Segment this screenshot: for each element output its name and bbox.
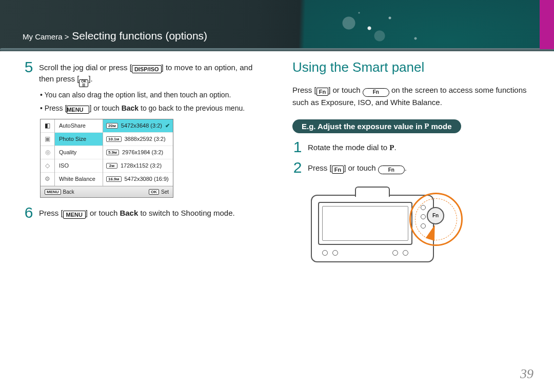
fn-icon: Fn — [332, 166, 344, 174]
step-sub: Press [MENU] or touch Back to go back to… — [39, 102, 268, 114]
breadcrumb: My Camera > Selecting functions (options… — [23, 30, 207, 42]
menu-category-list: AutoShare Photo Size Quality ISO White B… — [55, 119, 103, 186]
section-intro: Press [Fn] or touch Fn on the screen to … — [292, 85, 537, 108]
page-number: 39 — [520, 366, 533, 382]
fn-icon: Fn — [316, 88, 328, 96]
breadcrumb-title: Selecting functions (options) — [72, 30, 207, 42]
menu-item: AutoShare — [55, 119, 103, 133]
ok-icon: OK☰ — [79, 79, 88, 87]
menu-item: White Balance — [55, 173, 103, 186]
menu-key-icon: MENU — [45, 189, 61, 195]
tab-icon: ▣ — [41, 133, 54, 146]
disp-iso-icon: DISP/ISO — [132, 65, 162, 73]
menu-option: 20м5472x3648 (3:2)✔ — [103, 119, 173, 133]
step-body: Press [MENU] or touch Back to switch to … — [39, 205, 235, 220]
gear-tab-icon: ⚙ — [41, 173, 54, 186]
step-1: 1 Rotate the mode dial to P. — [292, 139, 537, 155]
fn-pill-icon: Fn — [363, 88, 389, 97]
step-number: 5 — [24, 59, 34, 114]
right-column: Using the Smart panel Press [Fn] or touc… — [292, 59, 537, 270]
step-5: 5 Scroll the jog dial or press [DISP/ISO… — [24, 59, 268, 114]
ok-key-icon: OK — [149, 189, 159, 195]
tab-icon: ◎ — [41, 146, 54, 159]
camera-tab-icon: ◧ — [41, 119, 54, 133]
menu-item: Quality — [55, 146, 103, 159]
menu-icon: MENU — [63, 211, 86, 219]
section-heading: Using the Smart panel — [292, 59, 537, 75]
menu-icon: MENU — [67, 106, 89, 114]
menu-option: 5.9м2976x1984 (3:2) — [103, 146, 173, 159]
camera-menu-screenshot: ◧ ▣ ◎ ◇ ⚙ AutoShare Photo Size Quality I… — [40, 119, 173, 198]
camera-illustration: Fn — [308, 180, 457, 270]
header-decor — [0, 0, 554, 51]
step-number: 2 — [292, 160, 303, 175]
menu-option: 10.1м3888x2592 (3:2) — [103, 133, 173, 146]
check-icon: ✔ — [165, 122, 170, 129]
step-number: 1 — [292, 139, 303, 155]
fn-pill-icon: Fn — [378, 166, 405, 174]
header-accent — [540, 0, 554, 49]
step-body: Scroll the jog dial or press [DISP/ISO] … — [39, 59, 268, 114]
step-body: Rotate the mode dial to P. — [308, 139, 397, 155]
camera-screen — [318, 202, 412, 245]
left-column: 5 Scroll the jog dial or press [DISP/ISO… — [24, 59, 268, 270]
menu-item: ISO — [55, 159, 103, 173]
menu-option: 16.9м5472x3080 (16:9) — [103, 173, 173, 186]
menu-option-list: 20м5472x3648 (3:2)✔ 10.1м3888x2592 (3:2)… — [103, 119, 173, 186]
tab-icon: ◇ — [41, 159, 54, 173]
breadcrumb-root: My Camera > — [23, 32, 69, 41]
menu-tab-strip: ◧ ▣ ◎ ◇ ⚙ — [41, 119, 55, 186]
camera-button-row — [319, 250, 411, 257]
step-sub: You can also drag the option list, and t… — [39, 89, 268, 100]
step-body: Press [Fn] or touch Fn. — [308, 160, 407, 175]
mode-p-icon: P — [424, 122, 429, 131]
fn-button-illus: Fn — [427, 207, 444, 224]
menu-option: 2м1728x1152 (3:2) — [103, 159, 173, 173]
example-pill: E.g. Adjust the exposure value in P mode — [292, 119, 461, 133]
step-number: 6 — [24, 205, 34, 220]
step-6: 6 Press [MENU] or touch Back to switch t… — [24, 205, 268, 220]
step-2: 2 Press [Fn] or touch Fn. — [292, 160, 537, 175]
menu-footer: MENUBack OKSet — [41, 186, 173, 197]
menu-item: Photo Size — [55, 133, 103, 146]
